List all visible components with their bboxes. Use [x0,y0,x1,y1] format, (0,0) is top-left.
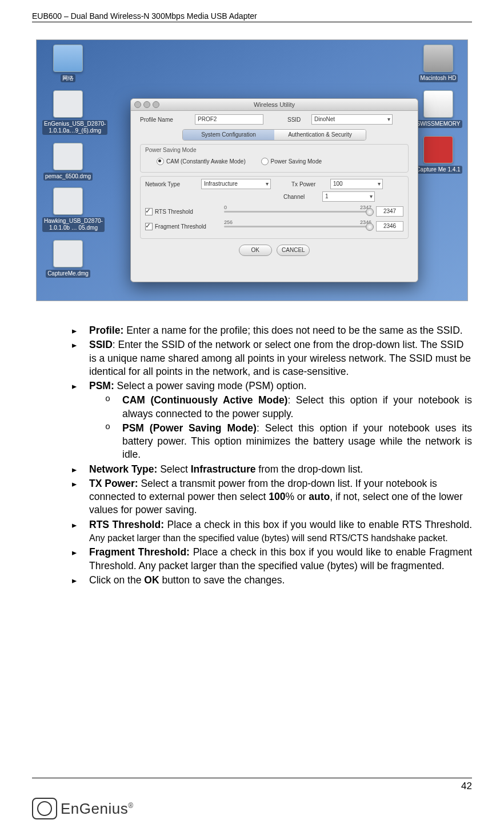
network-type-combo[interactable]: Infrastructure [201,179,271,189]
slider-knob[interactable] [366,223,374,231]
usb-drive-icon [423,90,453,118]
tab-authentication-security[interactable]: Authentication & Security [274,130,366,140]
page-footer: 42 EnGenius® [32,778,472,819]
desktop-icon-label: Capture Me 1.4.1 [414,166,462,174]
page-header: EUB600 – Dual Band Wireless-N 300Mbps Me… [32,11,472,22]
desktop-icon-label: CaptureMe.dmg [46,270,90,278]
list-item: CAM (Continuously Active Mode): Select t… [105,394,472,421]
checkbox-label: Fragment Threshold [155,223,206,230]
desktop-icon-label: EnGenius_USB_D2870-1.0.1.0a…9_(6).dmg [42,120,107,135]
desktop-icon-label: pemac_6500.dmg [43,173,93,181]
desktop-icon-macintosh-hd: Macintosh HD [413,45,464,82]
rts-threshold-value[interactable]: 2347 [376,206,403,217]
power-saving-mode-group: Power Saving Mode CAM (Constantly Awake … [140,144,409,173]
dmg-icon [53,143,83,170]
list-item: TX Power: Select a transmit power from t… [72,477,472,517]
list-item: PSM (Power Saving Mode): Select this opt… [105,422,472,462]
list-item: SSID: Enter the SSID of the network or s… [72,338,472,378]
network-group: Network Type Infrastructure Tx Power 100… [140,176,409,239]
dmg-icon [53,90,83,118]
radio-psm[interactable]: Power Saving Mode [261,158,322,165]
group-title: Power Saving Mode [145,147,403,153]
app-icon [423,136,453,163]
ssid-label: SSID [287,117,308,123]
rts-threshold-slider[interactable]: 0 2347 [224,207,371,216]
rts-threshold-checkbox[interactable]: RTS Threshold [145,208,219,215]
document-body: Profile: Enter a name for the profile; t… [32,324,472,587]
profile-name-label: Profile Name [140,117,191,123]
desktop-icon-hawking-dmg: Hawking_USB_D2870-1.0.1.0b … 05.dmg [42,187,94,232]
ok-button[interactable]: OK [239,245,272,256]
brand-name: EnGenius® [61,800,134,818]
checkbox-icon [145,223,153,230]
slider-min: 0 [224,205,227,210]
desktop-icon-label: 网络 [61,74,75,82]
desktop-icon-captureme-dmg: CaptureMe.dmg [42,240,94,278]
list-item: Fragment Threshold: Place a check in thi… [72,546,472,573]
tx-power-label: Tx Power [291,181,326,187]
channel-combo[interactable]: 1 [322,191,375,202]
wireless-utility-window: Wireless Utility Profile Name PROF2 SSID… [130,98,418,282]
desktop-icon-captureme-app: Capture Me 1.4.1 [413,136,464,174]
brand-logo: EnGenius® [32,798,472,819]
ssid-combo[interactable]: DinoNet [311,114,393,125]
radio-icon [157,158,164,165]
dmg-icon [53,187,83,215]
fragment-threshold-checkbox[interactable]: Fragment Threshold [145,223,219,230]
fragment-threshold-slider[interactable]: 256 2346 [224,222,371,231]
window-title: Wireless Utility [254,101,295,108]
tab-system-configuration[interactable]: System Configuration [183,130,274,140]
slider-min: 256 [224,219,233,225]
traffic-light-buttons[interactable] [134,101,159,108]
desktop-icon-swissmemory: SWISSMEMORY [413,90,464,128]
list-item: Click on the OK button to save the chang… [72,574,472,587]
channel-label: Channel [283,194,318,200]
radio-label: CAM (Constantly Awake Mode) [166,158,246,165]
tx-power-combo[interactable]: 100 [330,179,383,189]
window-titlebar: Wireless Utility [131,99,418,111]
list-item: Profile: Enter a name for the profile; t… [72,324,472,337]
folder-icon [53,45,83,72]
radio-icon [261,158,269,165]
desktop-icon-pemac-dmg: pemac_6500.dmg [42,143,94,181]
network-type-label: Network Type [145,181,197,187]
desktop-icon-label: Macintosh HD [419,74,458,82]
config-tabs[interactable]: System Configuration Authentication & Se… [182,129,366,141]
fragment-threshold-value[interactable]: 2346 [376,221,403,231]
dmg-icon [53,240,83,267]
desktop-icon-label: Hawking_USB_D2870-1.0.1.0b … 05.dmg [42,217,105,232]
list-item: Network Type: Select Infrastructure from… [72,463,472,476]
desktop-icon-network: 网络 [42,45,94,82]
radio-cam[interactable]: CAM (Constantly Awake Mode) [157,158,246,165]
checkbox-icon [145,208,153,215]
checkbox-label: RTS Threshold [155,209,193,215]
screenshot-macos-desktop: 网络 EnGenius_USB_D2870-1.0.1.0a…9_(6).dmg… [36,39,468,301]
page-number: 42 [32,778,472,792]
list-item: PSM: Select a power saving mode (PSM) op… [72,379,472,462]
cancel-button[interactable]: CANCEL [277,245,310,256]
slider-knob[interactable] [366,208,374,216]
engenius-logo-icon [32,798,57,819]
profile-name-input[interactable]: PROF2 [195,114,263,125]
desktop-icon-label: SWISSMEMORY [414,120,462,128]
radio-label: Power Saving Mode [271,158,322,165]
list-item: RTS Threshold: Place a check in this box… [72,518,472,545]
drive-icon [423,45,453,72]
desktop-icon-engenius-dmg: EnGenius_USB_D2870-1.0.1.0a…9_(6).dmg [42,90,94,135]
